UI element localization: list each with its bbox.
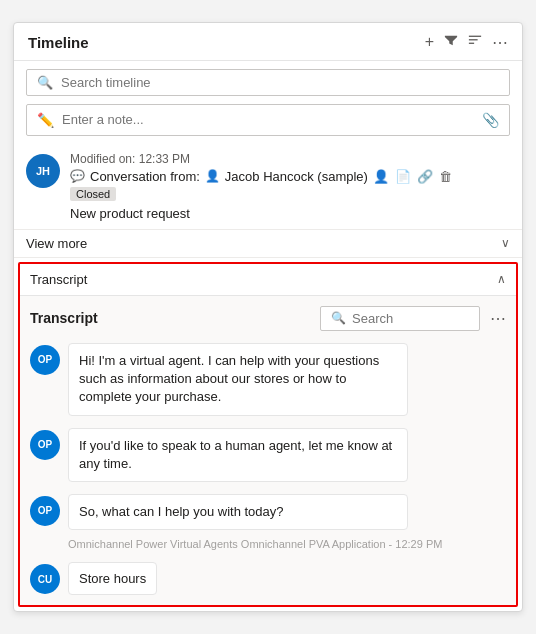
svg-rect-0 (469, 36, 481, 37)
assign-icon[interactable]: 👤 (373, 169, 389, 184)
copy-icon[interactable]: 📄 (395, 169, 411, 184)
transcript-toolbar: Transcript 🔍 ⋯ (30, 306, 506, 331)
view-more-row[interactable]: View more ∨ (14, 230, 522, 258)
chat-messages: OP Hi! I'm a virtual agent. I can help w… (30, 343, 506, 595)
link-icon[interactable]: 🔗 (417, 169, 433, 184)
transcript-more-icon[interactable]: ⋯ (490, 309, 506, 328)
chat-meta-detail: Omnichannel Power Virtual Agents Omnicha… (68, 538, 442, 550)
chevron-up-icon[interactable]: ∧ (497, 272, 506, 286)
panel-header: Timeline + ⋯ (14, 23, 522, 61)
avatar: JH (26, 154, 60, 188)
svg-rect-1 (469, 40, 478, 41)
chat-message: OP So, what can I help you with today? O… (30, 494, 506, 550)
add-icon[interactable]: + (425, 33, 434, 51)
filter-icon[interactable] (444, 33, 458, 51)
search-timeline-input[interactable] (61, 75, 499, 90)
chat-bubble: Store hours (68, 562, 157, 595)
transcript-search-input[interactable] (352, 311, 469, 326)
item-conversation-row: 💬 Conversation from: 👤 Jacob Hancock (sa… (70, 169, 510, 184)
search-icon: 🔍 (37, 75, 53, 90)
chat-bubble: If you'd like to speak to a human agent,… (68, 428, 408, 482)
action-icons: 👤 📄 🔗 🗑 (373, 169, 452, 184)
transcript-body: Transcript 🔍 ⋯ OP Hi! I'm a virtual agen… (20, 296, 516, 605)
chat-bubble: So, what can I help you with today? (68, 494, 408, 530)
item-content: Modified on: 12:33 PM 💬 Conversation fro… (70, 152, 510, 221)
transcript-section: Transcript ∧ Transcript 🔍 ⋯ O (18, 262, 518, 607)
delete-icon[interactable]: 🗑 (439, 169, 452, 184)
avatar: OP (30, 496, 60, 526)
conversation-icon: 💬 (70, 169, 85, 183)
person-name: Jacob Hancock (sample) (225, 169, 368, 184)
avatar: OP (30, 345, 60, 375)
search-icon: 🔍 (331, 311, 346, 325)
search-timeline-bar: 🔍 (26, 69, 510, 96)
view-more-label: View more (26, 236, 87, 251)
item-description: New product request (70, 206, 510, 221)
note-bar-left: ✏️ (37, 112, 230, 128)
item-modified-time: Modified on: 12:33 PM (70, 152, 510, 166)
panel-title: Timeline (28, 34, 89, 51)
chat-message: OP If you'd like to speak to a human age… (30, 428, 506, 482)
note-bar: ✏️ 📎 (26, 104, 510, 136)
transcript-title: Transcript (30, 310, 98, 326)
status-badge: Closed (70, 187, 116, 201)
chat-bubble: Hi! I'm a virtual agent. I can help with… (68, 343, 408, 416)
timeline-item: JH Modified on: 12:33 PM 💬 Conversation … (14, 144, 522, 230)
more-options-icon[interactable]: ⋯ (492, 33, 508, 52)
chat-message: OP Hi! I'm a virtual agent. I can help w… (30, 343, 506, 416)
transcript-section-label: Transcript (30, 272, 87, 287)
header-icons: + ⋯ (425, 33, 508, 52)
chevron-down-icon: ∨ (501, 236, 510, 250)
attachment-icon[interactable]: 📎 (482, 112, 499, 128)
avatar: CU (30, 564, 60, 594)
transcript-search-bar: 🔍 (320, 306, 480, 331)
person-icon: 👤 (205, 169, 220, 183)
note-input[interactable] (62, 112, 230, 127)
pencil-icon: ✏️ (37, 112, 54, 128)
avatar: OP (30, 430, 60, 460)
transcript-header: Transcript ∧ (20, 264, 516, 296)
svg-rect-2 (469, 43, 474, 44)
sort-icon[interactable] (468, 33, 482, 51)
conversation-label: Conversation from: (90, 169, 200, 184)
chat-message: CU Store hours (30, 562, 506, 595)
message-with-meta: So, what can I help you with today? Omni… (68, 494, 442, 550)
